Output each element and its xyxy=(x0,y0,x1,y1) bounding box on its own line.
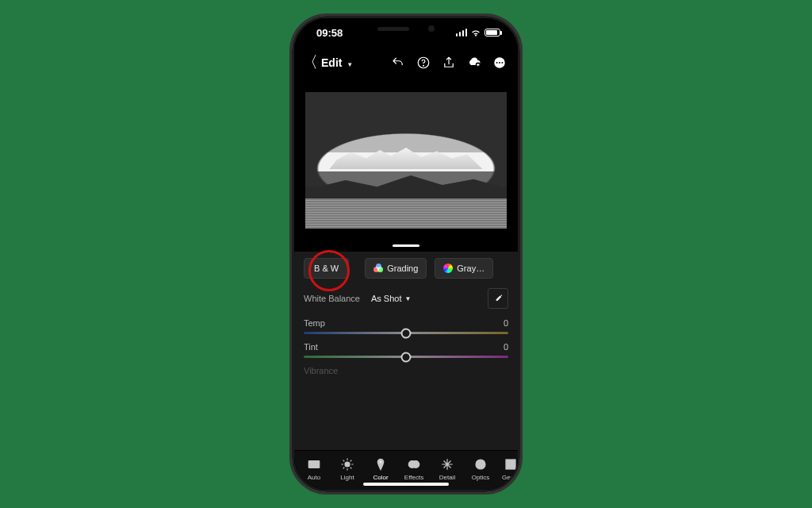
status-time: 09:58 xyxy=(316,27,343,39)
detail-icon xyxy=(440,457,454,471)
color-grading-icon xyxy=(373,264,383,273)
more-button[interactable] xyxy=(492,56,507,70)
chevron-down-icon: ▼ xyxy=(404,295,411,302)
light-icon xyxy=(340,457,354,471)
bw-toggle[interactable]: B & W xyxy=(304,258,349,279)
phone-frame: 09:58 〈 Edit ▼ xyxy=(292,16,520,492)
panel-drag-handle[interactable] xyxy=(393,244,419,247)
photo-preview[interactable] xyxy=(305,92,507,229)
vibrance-label: Vibrance xyxy=(304,366,508,375)
chevron-down-icon: ▼ xyxy=(347,61,353,68)
temp-value: 0 xyxy=(504,318,508,328)
temp-slider[interactable] xyxy=(304,332,508,334)
tool-color[interactable]: Color xyxy=(366,457,396,485)
phone-notch xyxy=(354,18,458,39)
svg-point-4 xyxy=(496,62,498,64)
cloud-sync-button[interactable] xyxy=(467,56,481,70)
svg-point-11 xyxy=(412,461,419,468)
tool-detail[interactable]: Detail xyxy=(432,457,462,485)
grading-button[interactable]: Grading xyxy=(365,258,427,279)
tool-light[interactable]: Light xyxy=(332,457,362,485)
tool-effects[interactable]: Effects xyxy=(399,457,429,485)
svg-rect-14 xyxy=(506,460,515,469)
svg-point-6 xyxy=(501,62,503,64)
svg-point-13 xyxy=(479,463,483,467)
effects-icon xyxy=(407,457,421,471)
color-wheel-icon xyxy=(443,264,453,273)
svg-point-9 xyxy=(380,461,381,463)
back-button[interactable]: 〈 xyxy=(302,52,318,73)
cellular-icon xyxy=(456,29,468,37)
wifi-icon xyxy=(470,27,481,38)
share-button[interactable] xyxy=(442,56,456,70)
svg-point-1 xyxy=(423,65,424,66)
app-header: 〈 Edit ▼ xyxy=(294,47,518,78)
grayscale-mix-button[interactable]: Gray… xyxy=(435,258,493,279)
auto-icon xyxy=(307,457,321,471)
optics-icon xyxy=(473,457,488,471)
help-button[interactable] xyxy=(416,56,431,70)
home-indicator[interactable] xyxy=(363,483,449,486)
tint-slider[interactable] xyxy=(304,356,508,358)
white-balance-dropdown[interactable]: As Shot▼ xyxy=(371,294,411,303)
undo-button[interactable] xyxy=(391,56,405,70)
geometry-icon xyxy=(504,457,518,471)
temp-label: Temp xyxy=(304,318,325,328)
svg-point-5 xyxy=(499,62,500,64)
tint-label: Tint xyxy=(304,342,318,352)
tool-auto[interactable]: Auto xyxy=(299,457,329,485)
battery-icon xyxy=(485,29,500,37)
edit-label: Edit xyxy=(321,56,342,69)
tool-geometry[interactable]: Geom xyxy=(499,457,518,485)
color-panel: B & W Grading Gray… White Ba xyxy=(294,252,518,450)
color-icon xyxy=(373,457,388,471)
tint-value: 0 xyxy=(504,342,508,352)
tool-optics[interactable]: Optics xyxy=(465,457,496,485)
edit-dropdown[interactable]: Edit ▼ xyxy=(321,56,353,69)
svg-rect-7 xyxy=(308,461,320,468)
svg-point-8 xyxy=(345,462,350,467)
white-balance-label: White Balance xyxy=(304,294,360,303)
eyedropper-button[interactable] xyxy=(488,288,508,309)
